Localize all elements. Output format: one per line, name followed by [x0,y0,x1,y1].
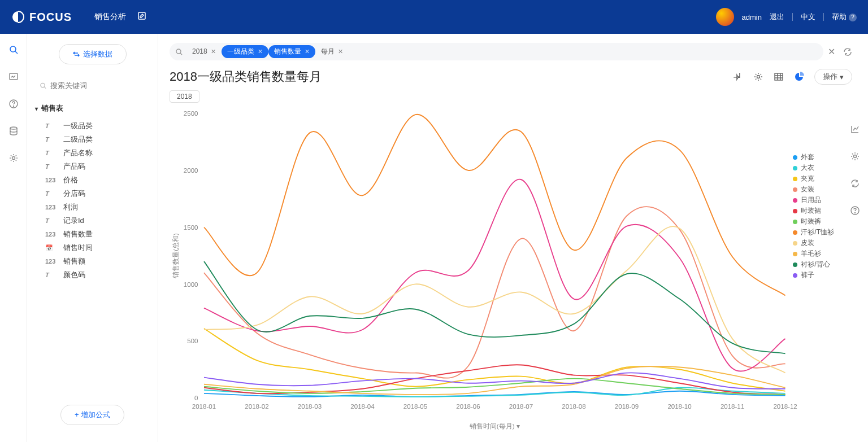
database-icon[interactable] [8,125,19,137]
close-icon[interactable]: ✕ [338,48,343,55]
help-circle-icon[interactable] [850,205,860,218]
field-type-icon: T [45,150,58,156]
help-circle-icon[interactable] [8,98,19,110]
brand-text: FOCUS [29,11,72,24]
chart: 050010001500200025002018-012018-022018-0… [158,91,868,442]
legend-label: 夹克 [801,174,814,183]
field-type-icon: T [45,272,58,278]
svg-text:1500: 1500 [184,224,198,231]
svg-text:2018-07: 2018-07 [509,403,533,410]
svg-text:2018-04: 2018-04 [350,403,375,410]
query-pill[interactable]: 销售数量✕ [268,45,315,58]
chevron-down-icon: ▾ [840,73,844,81]
query-input[interactable]: 2018✕一级品类✕销售数量✕每月✕ [170,43,823,60]
legend-label: 裤子 [801,270,814,280]
legend-item[interactable]: 女装 [793,185,834,194]
pin-icon[interactable] [733,72,743,82]
field-label: 利润 [63,202,78,212]
close-icon[interactable]: ✕ [211,48,216,55]
lang-link[interactable]: 中文 [801,12,815,22]
logo[interactable]: FOCUS [11,10,72,24]
legend-item[interactable]: 外套 [793,152,834,162]
svg-text:1000: 1000 [184,281,198,288]
field-item[interactable]: T二级品类 [35,133,150,146]
help-link[interactable]: 帮助? [832,12,857,22]
legend-item[interactable]: 夹克 [793,174,834,183]
field-item[interactable]: 📅销售时间 [35,241,150,255]
svg-text:2500: 2500 [184,110,198,117]
add-formula-button[interactable]: + 增加公式 [60,405,124,425]
gear-icon[interactable] [850,151,860,164]
search-icon[interactable] [8,44,19,55]
legend-item[interactable]: 时装裤 [793,217,834,226]
line-chart: 050010001500200025002018-012018-022018-0… [168,97,862,439]
avatar[interactable] [716,8,734,26]
svg-point-5 [10,127,17,129]
field-item[interactable]: T记录Id [35,214,150,227]
field-label: 二级品类 [63,134,93,145]
legend-item[interactable]: 衬衫/背心 [793,260,834,269]
field-label: 销售时间 [63,243,93,253]
legend-dot [793,262,797,267]
field-item[interactable]: 123销售额 [35,255,150,268]
legend-dot [793,230,797,235]
search-input-wrap[interactable] [35,78,150,93]
query-pill[interactable]: 2018✕ [186,46,222,57]
divider [823,13,824,21]
field-type-icon: T [45,163,58,170]
legend-item[interactable]: 大衣 [793,163,834,173]
legend-dot [793,166,797,170]
axis-config-icon[interactable] [850,124,860,137]
logout-link[interactable]: 退出 [770,12,784,22]
clear-icon[interactable]: ✕ [828,46,835,57]
field-label: 产品名称 [63,148,93,158]
legend-item[interactable]: 时装裙 [793,206,834,216]
close-icon[interactable]: ✕ [305,48,310,55]
operations-button[interactable]: 操作▾ [814,69,852,85]
gear-icon[interactable] [8,152,19,164]
table-name[interactable]: 销售表 [35,103,150,113]
field-item[interactable]: 123利润 [35,200,150,214]
query-row: 2018✕一级品类✕销售数量✕每月✕ ✕ [158,34,868,65]
svg-text:0: 0 [194,395,198,401]
legend-item[interactable]: 羊毛衫 [793,249,834,259]
legend-label: 汗衫/T恤衫 [801,227,834,237]
legend-item[interactable]: 裤子 [793,270,834,280]
close-icon[interactable]: ✕ [258,48,263,55]
page-nav-title[interactable]: 销售分析 [94,12,126,22]
query-pill[interactable]: 一级品类✕ [222,45,268,58]
svg-rect-0 [138,12,145,19]
legend-label: 日用品 [801,195,821,205]
field-item[interactable]: T颜色码 [35,268,150,282]
select-data-button[interactable]: 选择数据 [59,44,127,64]
legend-item[interactable]: 汗衫/T恤衫 [793,227,834,237]
field-item[interactable]: T一级品类 [35,119,150,133]
help-icon: ? [849,14,857,21]
chart-type-icon[interactable] [794,72,804,82]
legend-dot [793,241,797,246]
svg-point-9 [757,76,760,78]
field-item[interactable]: 123价格 [35,173,150,187]
gear-icon[interactable] [753,72,763,82]
search-input[interactable] [50,81,145,90]
legend-item[interactable]: 日用品 [793,195,834,205]
query-pill[interactable]: 每月✕ [315,45,349,58]
field-item[interactable]: T产品码 [35,160,150,173]
edit-icon[interactable] [137,11,146,23]
field-label: 一级品类 [63,121,93,131]
svg-point-6 [12,157,15,160]
username[interactable]: admin [742,13,762,21]
svg-rect-2 [10,73,18,80]
field-item[interactable]: 123销售数量 [35,227,150,241]
refresh-icon[interactable] [850,178,860,191]
field-item[interactable]: T分店码 [35,187,150,200]
legend-label: 时装裤 [801,217,821,226]
svg-text:2018-12: 2018-12 [773,403,797,410]
legend-label: 皮装 [801,238,814,248]
refresh-icon[interactable] [843,47,852,56]
field-item[interactable]: T产品名称 [35,146,150,160]
table-icon[interactable] [774,72,784,82]
svg-text:2000: 2000 [184,167,198,174]
dashboard-icon[interactable] [8,71,19,82]
legend-item[interactable]: 皮装 [793,238,834,248]
